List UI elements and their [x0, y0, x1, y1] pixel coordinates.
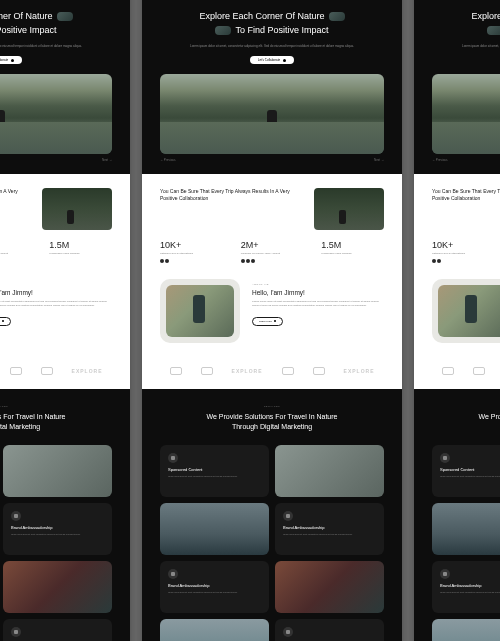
service-title: Brand Ambassadorship	[440, 583, 500, 588]
hero-cta-button[interactable]: Let's Collaborate	[250, 56, 294, 64]
partner-icon	[313, 367, 325, 375]
partner-icon	[442, 367, 454, 375]
service-image	[432, 503, 500, 555]
service-icon	[11, 627, 21, 637]
stat-item: 10K+ Satisfied Loyal & International	[160, 240, 223, 262]
stats-row: 10K+ Satisfied Loyal & International 2M+…	[0, 240, 112, 262]
partner-logo	[282, 367, 294, 375]
service-image	[160, 619, 269, 641]
service-image	[160, 503, 269, 555]
service-icon	[11, 511, 21, 521]
about-section: ABOUT ME Hello, I'am Jimmy! Lorem ipsum …	[0, 275, 130, 361]
hero-cta-button[interactable]: Let's Collaborate	[0, 56, 22, 64]
hero-carousel-nav: ← Previous Next →	[0, 158, 112, 162]
services-title: We Provide Solutions For Travel In Natur…	[432, 412, 500, 433]
avatar-icon	[160, 259, 164, 263]
stat-number: 1.5M	[321, 240, 384, 250]
services-eyebrow: SERVICES	[0, 405, 112, 408]
about-image-card	[432, 279, 500, 343]
mockup-right: Jimmy's World Home About Me Services Blo…	[414, 0, 500, 641]
partners-row: EXPLORE EXPLORE	[142, 361, 402, 389]
stat-label: Followers On Social Media Account	[0, 252, 31, 255]
prev-button[interactable]: ← Previous	[160, 158, 176, 162]
arrow-icon	[274, 320, 277, 323]
about-title: Hello, I'am Jimmy!	[0, 289, 112, 296]
stat-label: Subscribers Keep Learning	[49, 252, 112, 255]
services-title: We Provide Solutions For Travel In Natur…	[160, 412, 384, 433]
about-body: Lorem ipsum dolor sit amet consectetur a…	[252, 300, 384, 308]
trust-section: You Can Be Sure That Every Trip Always R…	[0, 174, 130, 276]
service-card[interactable]: Brand Ambassadorship Lorem ipsum dolor s…	[3, 503, 112, 555]
trust-title: You Can Be Sure That Every Trip Always R…	[0, 188, 32, 202]
stat-number: 2M+	[0, 240, 31, 250]
partner-icon	[10, 367, 22, 375]
stats-row: 10K+ Satisfied Loyal & International 2M+…	[432, 240, 500, 262]
service-card[interactable]: Brand Ambassadorship Lorem ipsum dolor s…	[275, 503, 384, 555]
about-image	[438, 285, 500, 337]
partners-row: EXPLORE EXPLORE	[0, 361, 130, 389]
partner-logo	[201, 367, 213, 375]
services-eyebrow: SERVICES	[160, 405, 384, 408]
service-title: Brand Ambassadorship	[283, 525, 376, 530]
arrow-icon	[11, 59, 14, 62]
trust-image	[42, 188, 112, 230]
avatar-icon	[165, 259, 169, 263]
about-title: Hello, I'am Jimmy!	[252, 289, 384, 296]
services-grid: Sponsored Content Lorem ipsum dolor sit …	[160, 445, 384, 641]
partner-logo	[473, 367, 485, 375]
service-card[interactable]: Brand Ambassadorship Lorem ipsum dolor s…	[160, 561, 269, 613]
trust-title: You Can Be Sure That Every Trip Always R…	[160, 188, 304, 202]
service-body: Lorem ipsum dolor sit amet consectetur a…	[440, 591, 500, 594]
services-eyebrow: SERVICES	[432, 405, 500, 408]
partner-logo	[170, 367, 182, 375]
hero-title: Explore Each Corner Of Nature To Find Po…	[432, 9, 500, 38]
trust-section: You Can Be Sure That Every Trip Always R…	[142, 174, 402, 276]
service-card[interactable]: Brand Ambassadorship Lorem ipsum dolor s…	[432, 561, 500, 613]
prev-button[interactable]: ← Previous	[432, 158, 448, 162]
stat-label: Satisfied Loyal & International	[160, 252, 223, 255]
service-card[interactable]: Campaign Management Lorem ipsum dolor si…	[275, 619, 384, 641]
avatar-icon	[437, 259, 441, 263]
hero-carousel-nav: ← Previous Next →	[160, 158, 384, 162]
partner-icon	[282, 367, 294, 375]
service-body: Lorem ipsum dolor sit amet consectetur a…	[11, 533, 104, 536]
mockup-center: Jimmy's World Home About Me Services Blo…	[142, 0, 402, 641]
hero-carousel-nav: ← Previous Next →	[432, 158, 500, 162]
about-cta-button[interactable]: Learn More	[0, 317, 11, 326]
about-image-card	[160, 279, 240, 343]
trust-section: You Can Be Sure That Every Trip Always R…	[414, 174, 500, 276]
service-card[interactable]: Sponsored Content Lorem ipsum dolor sit …	[432, 445, 500, 497]
trust-image	[314, 188, 384, 230]
service-icon	[440, 569, 450, 579]
services-section: SERVICES We Provide Solutions For Travel…	[0, 389, 130, 641]
title-thumb-icon	[329, 12, 345, 21]
hero-section: Jimmy's World Home About Me Services Blo…	[142, 0, 402, 174]
hero-image	[432, 74, 500, 154]
partner-icon	[41, 367, 53, 375]
about-eyebrow: ABOUT ME	[252, 283, 384, 286]
stat-number: 2M+	[241, 240, 304, 250]
partner-logo	[313, 367, 325, 375]
partner-logo	[41, 367, 53, 375]
about-body: Lorem ipsum dolor sit amet consectetur a…	[0, 300, 112, 308]
service-title: Sponsored Content	[168, 467, 261, 472]
avatar-icon	[241, 259, 245, 263]
service-card[interactable]: Sponsored Content Lorem ipsum dolor sit …	[160, 445, 269, 497]
hero-subtitle: Lorem ipsum dolor sit amet, consectetur …	[160, 44, 384, 49]
title-thumb-icon	[57, 12, 73, 21]
service-card[interactable]: Campaign Management Lorem ipsum dolor si…	[3, 619, 112, 641]
next-button[interactable]: Next →	[102, 158, 112, 162]
services-section: SERVICES We Provide Solutions For Travel…	[142, 389, 402, 641]
service-icon	[440, 453, 450, 463]
hero-section: Jimmy's World Home About Me Services Blo…	[0, 0, 130, 174]
service-image	[275, 445, 384, 497]
service-icon	[283, 627, 293, 637]
service-image	[275, 561, 384, 613]
service-title: Brand Ambassadorship	[11, 525, 104, 530]
next-button[interactable]: Next →	[374, 158, 384, 162]
stat-item: 10K+ Satisfied Loyal & International	[432, 240, 495, 262]
hero-title: Explore Each Corner Of Nature To Find Po…	[0, 9, 112, 38]
stat-label: Satisfied Loyal & International	[432, 252, 495, 255]
about-eyebrow: ABOUT ME	[0, 283, 112, 286]
about-cta-button[interactable]: Learn More	[252, 317, 283, 326]
